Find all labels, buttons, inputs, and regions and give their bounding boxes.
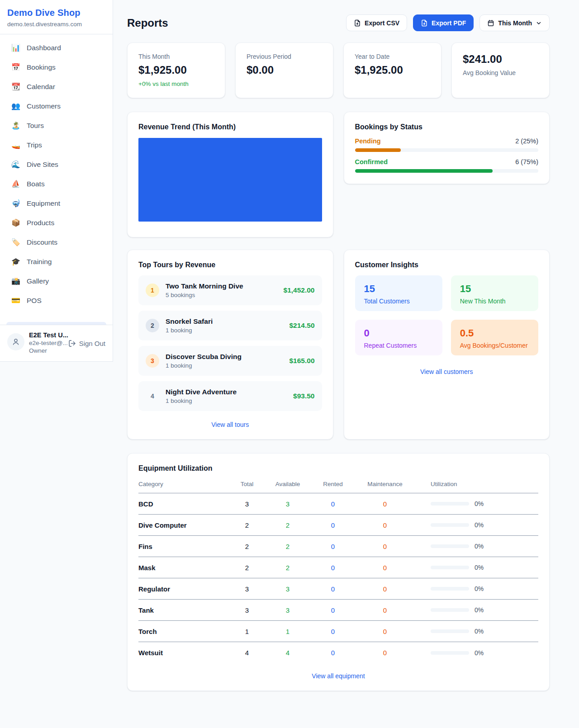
view-all-equipment-link[interactable]: View all equipment (138, 672, 538, 680)
export-pdf-button[interactable]: Export PDF (413, 14, 474, 31)
user-meta: E2E Test U... e2e-tester@... Owner (29, 331, 64, 354)
insight-label: Repeat Customers (364, 342, 433, 349)
tour-list-item: 1 Two Tank Morning Dive 5 bookings $1,45… (138, 275, 322, 305)
sidebar-item-products[interactable]: 📦 Products (0, 213, 113, 232)
equipment-category: Mask (138, 564, 229, 572)
progress-fill-pending (355, 148, 401, 152)
insight-tile-repeat-customers: 0 Repeat Customers (355, 320, 442, 355)
utilization-bar-track (431, 502, 469, 506)
bookings-calendar-icon: 📅 (11, 63, 21, 71)
sidebar-item-equipment[interactable]: 🤿 Equipment (0, 194, 113, 213)
status-label: Pending (355, 137, 381, 145)
status-row-confirmed: Confirmed 6 (75%) (355, 158, 539, 173)
table-row: BCD 3 3 0 0 0% (138, 493, 538, 515)
view-all-tours-link[interactable]: View all tours (138, 421, 322, 428)
sidebar-item-calendar[interactable]: 📆 Calendar (0, 77, 113, 96)
view-all-customers-link[interactable]: View all customers (355, 368, 539, 375)
sidebar-item-bookings[interactable]: 📅 Bookings (0, 57, 113, 77)
user-email: e2e-tester@... (29, 340, 64, 346)
sidebar-item-label: Equipment (27, 199, 60, 208)
equipment-total: 3 (229, 606, 265, 614)
export-csv-button[interactable]: Export CSV (346, 14, 407, 31)
status-count: 6 (75%) (515, 158, 538, 165)
insight-value: 0.5 (460, 327, 529, 339)
equipment-available: 4 (265, 649, 310, 657)
page-header: Reports Export CSV Export PDF (127, 14, 550, 31)
equipment-category: Fins (138, 543, 229, 550)
equipment-utilization-card: Equipment Utilization Category Total Ava… (127, 453, 550, 691)
sidebar-item-label: Bookings (27, 63, 56, 71)
equipment-maintenance: 0 (356, 628, 414, 635)
utilization-bar-track (431, 523, 469, 527)
equipment-rented: 0 (310, 521, 356, 529)
camera-icon: 📸 (11, 277, 21, 285)
sidebar-item-dashboard[interactable]: 📊 Dashboard (0, 38, 113, 57)
stat-label: Previous Period (247, 53, 322, 60)
insight-tile-new-this-month: 15 New This Month (451, 275, 538, 311)
user-name: E2E Test U... (29, 331, 64, 339)
wave-icon: 🌊 (11, 160, 21, 169)
utilization-bar-track (431, 651, 469, 655)
sidebar-item-discounts[interactable]: 🏷️ Discounts (0, 232, 113, 252)
equipment-utilization: 0% (414, 500, 538, 507)
equipment-maintenance: 0 (356, 543, 414, 550)
tour-list-item: 4 Night Dive Adventure 1 booking $93.50 (138, 381, 322, 411)
equipment-available: 2 (265, 564, 310, 572)
equipment-maintenance: 0 (356, 606, 414, 614)
equipment-rented: 0 (310, 500, 356, 508)
column-header-total: Total (229, 481, 265, 487)
insight-value: 15 (460, 283, 529, 295)
sidebar-item-pos[interactable]: 💳 POS (0, 291, 113, 310)
utilization-label: 0% (475, 564, 484, 571)
calendar-icon: 📆 (11, 82, 21, 91)
insight-grid: 15 Total Customers 15 New This Month 0 R… (355, 275, 539, 355)
sidebar-item-training[interactable]: 🎓 Training (0, 252, 113, 271)
sidebar-item-label: Discounts (27, 238, 57, 246)
sidebar-item-trips[interactable]: 🚤 Trips (0, 135, 113, 155)
table-row: Wetsuit 4 4 0 0 0% (138, 642, 538, 663)
utilization-label: 0% (475, 543, 484, 550)
sidebar-item-label: Boats (27, 180, 45, 188)
sidebar-item-label: Dashboard (27, 44, 61, 52)
utilization-label: 0% (475, 649, 484, 657)
sidebar-item-label: Trips (27, 141, 42, 149)
tour-name: Two Tank Morning Dive (166, 282, 277, 290)
column-header-maintenance: Maintenance (356, 481, 414, 487)
table-row: Mask 2 2 0 0 0% (138, 557, 538, 578)
revenue-trend-chart (138, 138, 322, 222)
bookings-by-status-title: Bookings by Status (355, 123, 539, 131)
equipment-available: 3 (265, 606, 310, 614)
export-csv-label: Export CSV (365, 19, 399, 27)
equipment-category: Torch (138, 628, 229, 635)
sidebar-item-label: Tours (27, 122, 44, 130)
sidebar-item-customers[interactable]: 👥 Customers (0, 96, 113, 116)
customers-icon: 👥 (11, 102, 21, 110)
insight-label: New This Month (460, 298, 529, 305)
utilization-bar-track (431, 566, 469, 569)
equipment-utilization: 0% (414, 606, 538, 614)
stat-label: This Month (138, 53, 214, 60)
sidebar-item-tours[interactable]: 🏝️ Tours (0, 116, 113, 135)
tag-icon: 🏷️ (11, 238, 21, 246)
equipment-category: Tank (138, 606, 229, 614)
customer-insights-title: Customer Insights (355, 261, 539, 269)
status-row-pending: Pending 2 (25%) (355, 137, 539, 152)
utilization-label: 0% (475, 500, 484, 507)
equipment-available: 3 (265, 500, 310, 508)
tour-bookings: 1 booking (166, 397, 287, 404)
period-dropdown[interactable]: This Month (479, 14, 550, 31)
status-label: Confirmed (355, 158, 388, 165)
sidebar-item-label: Dive Sites (27, 161, 58, 169)
sidebar-item-gallery[interactable]: 📸 Gallery (0, 271, 113, 291)
graduation-cap-icon: 🎓 (11, 257, 21, 266)
equipment-utilization: 0% (414, 521, 538, 529)
sidebar-nav: 📊 Dashboard 📅 Bookings 📆 Calendar 👥 Cust… (0, 34, 113, 325)
table-row: Fins 2 2 0 0 0% (138, 536, 538, 557)
table-row: Tank 3 3 0 0 0% (138, 600, 538, 621)
column-header-available: Available (265, 481, 310, 487)
sign-out-button[interactable]: Sign Out (68, 340, 105, 347)
page-title: Reports (127, 17, 168, 29)
sidebar-item-boats[interactable]: ⛵ Boats (0, 174, 113, 194)
sidebar-item-dive-sites[interactable]: 🌊 Dive Sites (0, 155, 113, 174)
equipment-rented: 0 (310, 564, 356, 572)
